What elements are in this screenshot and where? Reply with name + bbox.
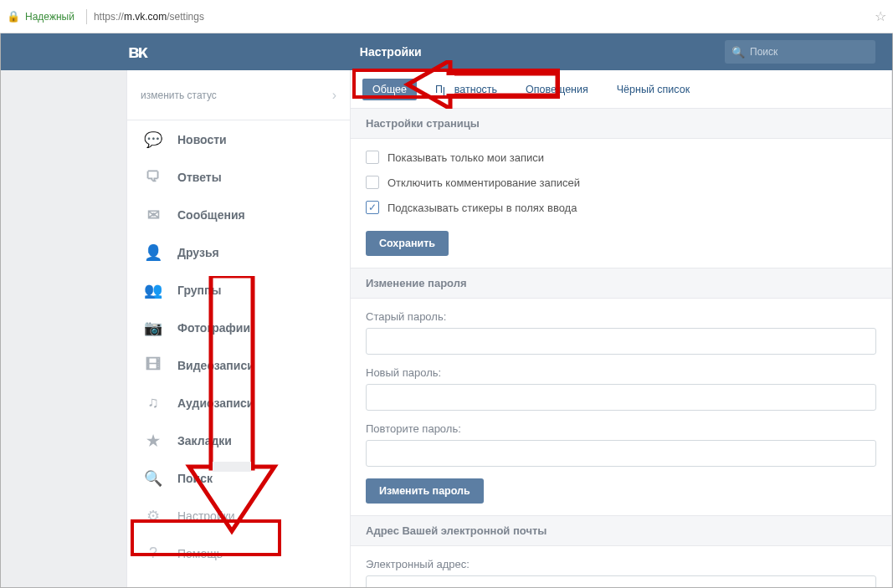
sidebar-item-settings[interactable]: ⚙ Настройки [127, 497, 350, 534]
tab-privacy[interactable]: Приватность [425, 79, 507, 100]
save-button[interactable]: Сохранить [366, 231, 449, 256]
option-label: Подсказывать стикеры в полях ввода [387, 202, 577, 214]
repeat-password-label: Повторите пароль: [366, 422, 876, 435]
page-title: Настройки [360, 45, 422, 59]
section-body-page-settings: Показывать только мои записи Отключить к… [351, 139, 891, 268]
sidebar-item-label: Видеозаписи [177, 359, 254, 372]
star-icon: ★ [144, 432, 162, 450]
sidebar-item-label: Закладки [177, 434, 232, 447]
replies-icon: 🗨 [144, 168, 162, 187]
gear-icon: ⚙ [144, 507, 162, 525]
status-row[interactable]: изменить статус › [127, 70, 350, 120]
sidebar-item-label: Друзья [177, 246, 219, 259]
checkbox-icon[interactable] [366, 176, 379, 189]
sidebar-item-label: Настройки [177, 509, 235, 523]
old-password-input[interactable] [366, 328, 876, 355]
checkbox-icon[interactable] [366, 151, 379, 164]
sidebar-item-audio[interactable]: ♫ Аудиозаписи [127, 384, 350, 422]
magnifier-icon: 🔍 [144, 469, 162, 488]
people-icon: 👥 [144, 281, 162, 299]
section-header-password: Изменение пароля [351, 268, 891, 299]
help-icon: ? [144, 545, 162, 563]
browser-address-bar: 🔒 Надежный https://m.vk.com/settings ☆ [0, 0, 893, 33]
sidebar-item-label: Сообщения [177, 208, 245, 222]
envelope-icon: ✉ [144, 206, 162, 224]
speech-bubble-icon: 💬 [144, 130, 162, 149]
sidebar-item-label: Поиск [177, 472, 213, 485]
sidebar-item-label: Фотографии [177, 321, 250, 335]
url-path: /settings [167, 11, 204, 23]
main-panel: Общее Приватность Оповещения Чёрный спис… [351, 70, 892, 587]
person-icon: 👤 [144, 243, 162, 262]
camera-icon: 📷 [144, 319, 162, 337]
option-suggest-stickers[interactable]: ✓ Подсказывать стикеры в полях ввода [366, 201, 876, 214]
secure-label: Надежный [25, 11, 74, 23]
old-password-label: Старый пароль: [366, 310, 876, 323]
repeat-password-input[interactable] [366, 440, 876, 467]
chevron-right-icon: › [332, 88, 336, 103]
sidebar-item-replies[interactable]: 🗨 Ответы [127, 158, 350, 196]
option-disable-comments[interactable]: Отключить комментирование записей [366, 176, 876, 189]
sidebar-item-videos[interactable]: 🎞 Видеозаписи [127, 346, 350, 384]
url-prefix: https:// [94, 11, 124, 23]
url-domain: m.vk.com [124, 11, 167, 23]
status-label: изменить статус [141, 89, 217, 101]
divider [86, 9, 87, 24]
search-input[interactable] [750, 46, 869, 58]
sidebar-item-bookmarks[interactable]: ★ Закладки [127, 422, 350, 459]
tab-blacklist[interactable]: Чёрный список [607, 79, 700, 100]
sidebar-item-help[interactable]: ? Помощь [127, 534, 350, 572]
sidebar-item-label: Помощь [177, 547, 223, 560]
sidebar: изменить статус › 💬 Новости 🗨 Ответы ✉ С… [126, 70, 351, 587]
section-body-password: Старый пароль: Новый пароль: Повторите п… [351, 299, 891, 515]
new-password-input[interactable] [366, 384, 876, 411]
tab-notifications[interactable]: Оповещения [516, 79, 598, 100]
bookmark-star-icon[interactable]: ☆ [875, 8, 886, 24]
section-header-email: Адрес Вашей электронной почты [351, 515, 891, 546]
sidebar-item-photos[interactable]: 📷 Фотографии [127, 309, 350, 346]
music-note-icon: ♫ [144, 394, 162, 412]
option-only-my-posts[interactable]: Показывать только мои записи [366, 151, 876, 164]
email-label: Электронный адрес: [366, 558, 876, 570]
section-header-page-settings: Настройки страницы [351, 109, 891, 139]
sidebar-item-label: Группы [177, 284, 221, 297]
email-input[interactable] [366, 575, 876, 587]
sidebar-item-news[interactable]: 💬 Новости [127, 120, 350, 158]
sidebar-item-label: Аудиозаписи [177, 396, 254, 410]
change-password-button[interactable]: Изменить пароль [366, 478, 484, 504]
settings-tabs: Общее Приватность Оповещения Чёрный спис… [351, 70, 891, 109]
vk-header: вκ Настройки 🔍 [1, 33, 892, 70]
sidebar-item-search[interactable]: 🔍 Поиск [127, 459, 350, 497]
sidebar-item-label: Ответы [177, 171, 222, 184]
sidebar-item-groups[interactable]: 👥 Группы [127, 271, 350, 309]
sidebar-item-messages[interactable]: ✉ Сообщения [127, 196, 350, 233]
sidebar-item-label: Новости [177, 133, 227, 146]
vk-logo[interactable]: вκ [128, 41, 146, 63]
option-label: Показывать только мои записи [387, 151, 544, 164]
checkbox-checked-icon[interactable]: ✓ [366, 201, 379, 214]
url-display[interactable]: https://m.vk.com/settings [94, 11, 204, 23]
search-box[interactable]: 🔍 [725, 40, 875, 64]
new-password-label: Новый пароль: [366, 366, 876, 379]
search-icon: 🔍 [731, 46, 745, 59]
section-body-email: Электронный адрес: Сохранить адрес [351, 546, 891, 587]
film-icon: 🎞 [144, 356, 162, 375]
option-label: Отключить комментирование записей [387, 176, 580, 189]
lock-icon: 🔒 [7, 10, 20, 23]
sidebar-item-friends[interactable]: 👤 Друзья [127, 233, 350, 271]
tab-general[interactable]: Общее [362, 79, 417, 100]
